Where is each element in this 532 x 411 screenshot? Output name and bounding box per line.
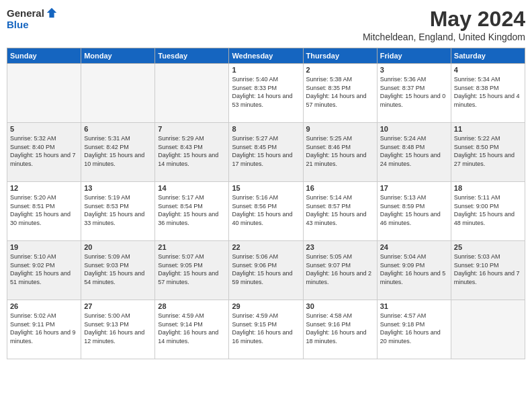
day-number: 1 <box>232 66 300 74</box>
calendar-cell: 16Sunrise: 5:14 AM Sunset: 8:57 PM Dayli… <box>303 182 377 241</box>
calendar-cell: 21Sunrise: 5:07 AM Sunset: 9:05 PM Dayli… <box>155 241 229 300</box>
day-number: 12 <box>10 184 78 192</box>
day-header: Tuesday <box>155 48 229 64</box>
day-header: Saturday <box>451 48 525 64</box>
calendar-cell: 1Sunrise: 5:40 AM Sunset: 8:33 PM Daylig… <box>229 64 303 123</box>
day-number: 14 <box>158 184 226 192</box>
day-number: 8 <box>232 125 300 133</box>
day-info: Sunrise: 5:05 AM Sunset: 9:07 PM Dayligh… <box>306 253 374 286</box>
day-info: Sunrise: 5:10 AM Sunset: 9:02 PM Dayligh… <box>10 253 78 286</box>
day-header: Wednesday <box>229 48 303 64</box>
calendar-cell: 27Sunrise: 5:00 AM Sunset: 9:13 PM Dayli… <box>81 300 155 359</box>
day-number: 28 <box>158 302 226 310</box>
calendar-cell: 11Sunrise: 5:22 AM Sunset: 8:50 PM Dayli… <box>451 123 525 182</box>
calendar-cell: 26Sunrise: 5:02 AM Sunset: 9:11 PM Dayli… <box>7 300 81 359</box>
logo-blue: Blue <box>7 19 29 30</box>
day-number: 31 <box>380 302 448 310</box>
calendar-cell: 15Sunrise: 5:16 AM Sunset: 8:56 PM Dayli… <box>229 182 303 241</box>
calendar-week-row: 12Sunrise: 5:20 AM Sunset: 8:51 PM Dayli… <box>7 182 525 241</box>
calendar-cell: 18Sunrise: 5:11 AM Sunset: 9:00 PM Dayli… <box>451 182 525 241</box>
calendar-cell: 29Sunrise: 4:59 AM Sunset: 9:15 PM Dayli… <box>229 300 303 359</box>
calendar-cell <box>81 64 155 123</box>
day-header: Thursday <box>303 48 377 64</box>
calendar-cell <box>7 64 81 123</box>
calendar-cell: 12Sunrise: 5:20 AM Sunset: 8:51 PM Dayli… <box>7 182 81 241</box>
day-info: Sunrise: 5:38 AM Sunset: 8:35 PM Dayligh… <box>306 75 374 109</box>
calendar-cell: 5Sunrise: 5:32 AM Sunset: 8:40 PM Daylig… <box>7 123 81 182</box>
calendar-cell: 13Sunrise: 5:19 AM Sunset: 8:53 PM Dayli… <box>81 182 155 241</box>
calendar-cell: 3Sunrise: 5:36 AM Sunset: 8:37 PM Daylig… <box>377 64 451 123</box>
day-info: Sunrise: 5:03 AM Sunset: 9:10 PM Dayligh… <box>454 253 522 286</box>
day-info: Sunrise: 4:58 AM Sunset: 9:16 PM Dayligh… <box>306 312 374 345</box>
calendar-cell <box>155 64 229 123</box>
day-info: Sunrise: 5:02 AM Sunset: 9:11 PM Dayligh… <box>10 312 78 345</box>
page-header: General Blue May 2024 Mitcheldean, Engla… <box>7 7 525 42</box>
day-number: 5 <box>10 125 78 133</box>
location-title: Mitcheldean, England, United Kingdom <box>363 32 525 42</box>
day-number: 4 <box>454 66 522 74</box>
day-info: Sunrise: 5:09 AM Sunset: 9:03 PM Dayligh… <box>84 253 152 286</box>
day-number: 21 <box>158 243 226 251</box>
day-number: 18 <box>454 184 522 192</box>
svg-marker-0 <box>47 8 56 17</box>
title-area: May 2024 Mitcheldean, England, United Ki… <box>363 7 525 42</box>
calendar-cell: 20Sunrise: 5:09 AM Sunset: 9:03 PM Dayli… <box>81 241 155 300</box>
calendar-table: SundayMondayTuesdayWednesdayThursdayFrid… <box>7 48 525 359</box>
day-number: 20 <box>84 243 152 251</box>
calendar-cell: 4Sunrise: 5:34 AM Sunset: 8:38 PM Daylig… <box>451 64 525 123</box>
day-info: Sunrise: 4:59 AM Sunset: 9:14 PM Dayligh… <box>158 312 226 345</box>
calendar-week-row: 26Sunrise: 5:02 AM Sunset: 9:11 PM Dayli… <box>7 300 525 359</box>
calendar-week-row: 19Sunrise: 5:10 AM Sunset: 9:02 PM Dayli… <box>7 241 525 300</box>
calendar-cell: 31Sunrise: 4:57 AM Sunset: 9:18 PM Dayli… <box>377 300 451 359</box>
day-info: Sunrise: 5:36 AM Sunset: 8:37 PM Dayligh… <box>380 75 448 109</box>
day-number: 10 <box>380 125 448 133</box>
calendar-cell: 25Sunrise: 5:03 AM Sunset: 9:10 PM Dayli… <box>451 241 525 300</box>
day-number: 22 <box>232 243 300 251</box>
calendar-cell: 23Sunrise: 5:05 AM Sunset: 9:07 PM Dayli… <box>303 241 377 300</box>
logo-icon <box>46 7 58 19</box>
calendar-cell: 8Sunrise: 5:27 AM Sunset: 8:45 PM Daylig… <box>229 123 303 182</box>
day-info: Sunrise: 5:25 AM Sunset: 8:46 PM Dayligh… <box>306 134 374 168</box>
day-info: Sunrise: 5:06 AM Sunset: 9:06 PM Dayligh… <box>232 253 300 286</box>
day-number: 19 <box>10 243 78 251</box>
day-info: Sunrise: 5:29 AM Sunset: 8:43 PM Dayligh… <box>158 134 226 168</box>
day-info: Sunrise: 4:57 AM Sunset: 9:18 PM Dayligh… <box>380 312 448 345</box>
day-info: Sunrise: 5:34 AM Sunset: 8:38 PM Dayligh… <box>454 75 522 109</box>
day-number: 9 <box>306 125 374 133</box>
day-info: Sunrise: 5:24 AM Sunset: 8:48 PM Dayligh… <box>380 134 448 168</box>
day-number: 11 <box>454 125 522 133</box>
day-number: 16 <box>306 184 374 192</box>
calendar-cell: 7Sunrise: 5:29 AM Sunset: 8:43 PM Daylig… <box>155 123 229 182</box>
day-header: Sunday <box>7 48 81 64</box>
calendar-cell: 10Sunrise: 5:24 AM Sunset: 8:48 PM Dayli… <box>377 123 451 182</box>
day-info: Sunrise: 5:20 AM Sunset: 8:51 PM Dayligh… <box>10 193 78 227</box>
day-number: 17 <box>380 184 448 192</box>
day-info: Sunrise: 5:04 AM Sunset: 9:09 PM Dayligh… <box>380 253 448 286</box>
day-info: Sunrise: 5:07 AM Sunset: 9:05 PM Dayligh… <box>158 253 226 286</box>
day-header: Friday <box>377 48 451 64</box>
day-number: 6 <box>84 125 152 133</box>
day-number: 25 <box>454 243 522 251</box>
calendar-cell: 30Sunrise: 4:58 AM Sunset: 9:16 PM Dayli… <box>303 300 377 359</box>
calendar-cell: 2Sunrise: 5:38 AM Sunset: 8:35 PM Daylig… <box>303 64 377 123</box>
calendar-cell: 17Sunrise: 5:13 AM Sunset: 8:59 PM Dayli… <box>377 182 451 241</box>
calendar-cell: 9Sunrise: 5:25 AM Sunset: 8:46 PM Daylig… <box>303 123 377 182</box>
day-info: Sunrise: 5:14 AM Sunset: 8:57 PM Dayligh… <box>306 193 374 227</box>
calendar-cell: 28Sunrise: 4:59 AM Sunset: 9:14 PM Dayli… <box>155 300 229 359</box>
day-header: Monday <box>81 48 155 64</box>
day-info: Sunrise: 5:31 AM Sunset: 8:42 PM Dayligh… <box>84 134 152 168</box>
month-title: May 2024 <box>363 7 525 32</box>
calendar-week-row: 5Sunrise: 5:32 AM Sunset: 8:40 PM Daylig… <box>7 123 525 182</box>
day-number: 29 <box>232 302 300 310</box>
day-number: 13 <box>84 184 152 192</box>
day-info: Sunrise: 5:00 AM Sunset: 9:13 PM Dayligh… <box>84 312 152 345</box>
day-number: 7 <box>158 125 226 133</box>
day-number: 15 <box>232 184 300 192</box>
day-info: Sunrise: 5:13 AM Sunset: 8:59 PM Dayligh… <box>380 193 448 227</box>
day-info: Sunrise: 5:17 AM Sunset: 8:54 PM Dayligh… <box>158 193 226 227</box>
day-number: 3 <box>380 66 448 74</box>
calendar-week-row: 1Sunrise: 5:40 AM Sunset: 8:33 PM Daylig… <box>7 64 525 123</box>
day-number: 2 <box>306 66 374 74</box>
day-info: Sunrise: 5:11 AM Sunset: 9:00 PM Dayligh… <box>454 193 522 227</box>
calendar-cell: 22Sunrise: 5:06 AM Sunset: 9:06 PM Dayli… <box>229 241 303 300</box>
